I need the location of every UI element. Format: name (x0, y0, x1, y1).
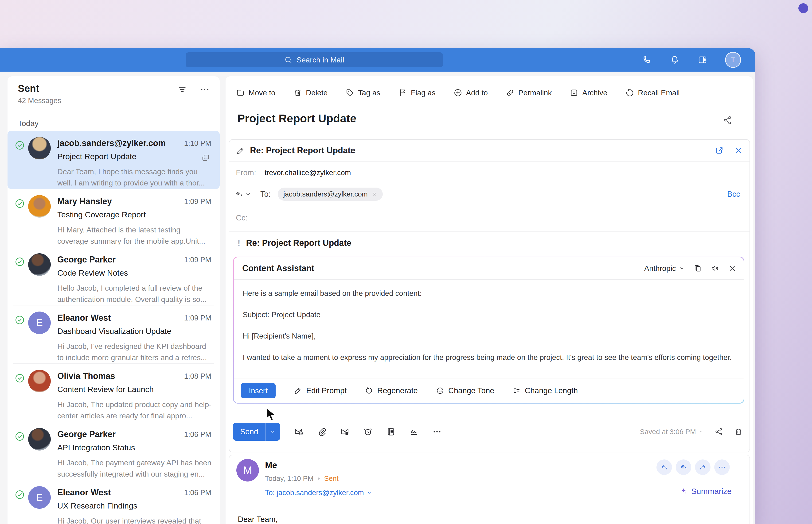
folder-header: Sent 42 Messages (18, 83, 211, 105)
reading-pane-layout-icon[interactable] (697, 55, 708, 65)
bcc-toggle[interactable]: Bcc (727, 190, 740, 199)
chevron-down-icon (699, 429, 703, 434)
folder-message-count: 42 Messages (18, 97, 211, 105)
avatar: E (28, 312, 51, 334)
close-icon[interactable] (734, 146, 743, 155)
tag-as-button[interactable]: Tag as (345, 88, 380, 97)
user-avatar[interactable]: T (725, 52, 741, 68)
subject-row[interactable]: ! Re: Project Report Update (229, 232, 749, 254)
more-options-icon (718, 463, 726, 471)
move-to-label: Move to (249, 88, 275, 97)
assistant-paragraph: I wanted to take a moment to express my … (243, 352, 735, 363)
desktop: Search in Mail T Sent 42 Messages Today (0, 0, 812, 524)
summarize-button[interactable]: Summarize (680, 487, 732, 496)
templates-icon[interactable] (386, 427, 396, 437)
list-item[interactable]: E Eleanor West 1:06 PM UX Research Findi… (7, 480, 220, 524)
chevron-down-icon (679, 266, 684, 271)
from-address[interactable]: trevor.challice@zylker.com (265, 168, 351, 177)
delete-button[interactable]: Delete (293, 88, 328, 97)
change-tone-button[interactable]: Change Tone (436, 386, 494, 395)
avatar (28, 253, 51, 276)
attach-email-icon[interactable] (340, 427, 350, 437)
cc-row[interactable]: Cc: (229, 204, 749, 232)
reply-button[interactable] (656, 459, 672, 475)
read-aloud-icon[interactable] (711, 264, 719, 273)
message-more-button[interactable] (714, 459, 730, 475)
more-options-icon[interactable] (200, 84, 210, 95)
email-preview: Hi Mary, Attached is the latest testing … (57, 224, 213, 247)
list-item[interactable]: George Parker 1:06 PM API Integration St… (7, 422, 220, 480)
reply-all-button[interactable] (676, 459, 691, 475)
priority-icon[interactable]: ! (237, 238, 240, 248)
read-check-icon (15, 431, 25, 442)
cc-label: Cc: (236, 213, 248, 222)
list-item[interactable]: Mary Hansley 1:09 PM Testing Coverage Re… (7, 189, 220, 247)
flag-icon (398, 88, 407, 97)
phone-icon[interactable] (642, 55, 652, 65)
forward-button[interactable] (695, 459, 711, 475)
email-sender: jacob.sanders@zylker.com (57, 138, 189, 148)
change-length-button[interactable]: Change Length (513, 386, 578, 395)
smiley-icon (436, 387, 444, 395)
avatar: E (28, 486, 51, 509)
remove-recipient-icon[interactable] (372, 192, 377, 197)
email-time: 1:09 PM (184, 314, 211, 322)
send-button[interactable]: Send (233, 423, 280, 441)
from-row: From: trevor.challice@zylker.com (229, 162, 749, 184)
regenerate-button[interactable]: Regenerate (365, 386, 417, 395)
message-to-label: To: jacob.sanders@zylker.com (265, 489, 364, 497)
popout-icon[interactable] (715, 146, 724, 155)
provider-dropdown[interactable]: Anthropic (644, 264, 684, 273)
email-subject: API Integration Status (57, 443, 198, 452)
more-compose-options-icon[interactable] (432, 427, 442, 437)
reply-all-icon[interactable] (235, 190, 243, 198)
share-draft-icon[interactable] (714, 427, 723, 436)
email-time: 1:09 PM (184, 256, 211, 264)
attach-file-icon[interactable] (317, 427, 327, 437)
forward-icon (699, 463, 706, 471)
search-input[interactable]: Search in Mail (186, 52, 443, 67)
reply-all-icon (680, 463, 687, 471)
permalink-button[interactable]: Permalink (506, 88, 552, 97)
assistant-title: Content Assistant (242, 263, 314, 273)
message-sender: Me (265, 460, 277, 470)
filter-icon[interactable] (177, 84, 188, 95)
send-later-icon[interactable] (294, 427, 304, 437)
saved-status-dropdown[interactable]: Saved at 3:06 PM (640, 428, 703, 436)
notifications-bell-icon[interactable] (670, 55, 680, 65)
list-item[interactable]: Olivia Thomas 1:08 PM Content Review for… (7, 364, 220, 422)
edit-prompt-button[interactable]: Edit Prompt (294, 386, 347, 395)
reply-mode-chevron-icon[interactable] (245, 191, 251, 197)
to-row: To: jacob.sanders@zylker.com Bcc (229, 184, 749, 204)
plus-circle-icon (453, 88, 462, 97)
message-body-greeting: Dear Team, (238, 515, 278, 524)
discard-draft-icon[interactable] (734, 427, 743, 436)
list-item[interactable]: E Eleanor West 1:09 PM Dashboard Visuali… (7, 306, 220, 364)
recall-email-button[interactable]: Recall Email (625, 88, 680, 97)
read-check-icon (15, 315, 25, 325)
close-assistant-icon[interactable] (728, 264, 736, 273)
sparkle-icon (680, 487, 688, 495)
insert-button[interactable]: Insert (241, 383, 275, 398)
send-options-caret[interactable] (265, 423, 280, 441)
email-preview: Hello Jacob, I completed a full review o… (57, 282, 213, 305)
signature-icon[interactable] (409, 427, 419, 437)
flag-as-button[interactable]: Flag as (398, 88, 435, 97)
move-to-button[interactable]: Move to (236, 88, 275, 97)
message-actions (656, 459, 730, 475)
flag-as-label: Flag as (411, 88, 435, 97)
send-label: Send (233, 423, 265, 441)
link-icon (506, 88, 514, 97)
recipient-chip[interactable]: jacob.sanders@zylker.com (278, 187, 383, 201)
message-date: Today, 1:10 PM (265, 474, 314, 482)
email-subject: Content Review for Launch (57, 385, 198, 394)
copy-icon[interactable] (693, 264, 702, 273)
message-to-dropdown[interactable]: To: jacob.sanders@zylker.com (265, 489, 372, 497)
list-item[interactable]: George Parker 1:09 PM Code Review Notes … (7, 247, 220, 306)
list-item[interactable]: jacob.sanders@zylker.com 1:10 PM Project… (7, 131, 220, 189)
reminder-icon[interactable] (363, 427, 373, 437)
share-icon[interactable] (722, 115, 732, 125)
page-title: Project Report Update (237, 112, 356, 125)
archive-button[interactable]: Archive (570, 88, 607, 97)
add-to-button[interactable]: Add to (453, 88, 488, 97)
